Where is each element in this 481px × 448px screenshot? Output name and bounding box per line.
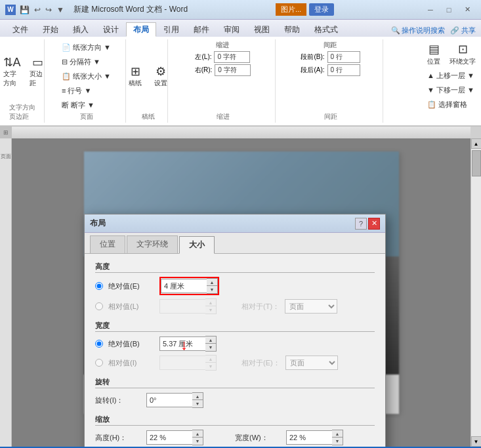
settings-icon: ⚙ [156,65,166,79]
height-rel-spin-up[interactable]: ▲ [205,299,216,306]
scroll-track[interactable] [471,149,481,436]
close-button[interactable]: ✕ [459,3,476,16]
hyphenation-btn[interactable]: 断 断字 ▼ [58,98,98,112]
size-btn[interactable]: 📋 纸张大小 ▼ [58,70,114,83]
height-spin-up[interactable]: ▲ [207,279,217,286]
tab-design[interactable]: 设计 [96,22,126,37]
send-backward-btn[interactable]: ▼ 下移一层 ▼ [424,83,478,97]
save-quick-btn[interactable]: 💾 [18,4,31,16]
textdir-icon: ⇅A [3,56,21,70]
width-relative-to-select[interactable]: 页面 边距 [285,356,338,370]
tab-layout[interactable]: 布局 [126,22,156,37]
scroll-down-btn[interactable]: ▼ [471,436,482,447]
width-spin-down[interactable]: ▼ [205,344,216,351]
bring-forward-btn[interactable]: ▲ 上移一层 ▼ [424,69,478,83]
margins-btn[interactable]: ▭ 页边距 [26,54,50,91]
width-rel-spin-up[interactable]: ▲ [205,356,216,363]
rotation-spin-down[interactable]: ▼ [192,400,203,407]
height-spin-down[interactable]: ▼ [207,286,217,293]
maximize-button[interactable]: □ [440,3,457,16]
scale-h-down[interactable]: ▼ [192,438,203,445]
height-rel-spin-down[interactable]: ▼ [205,306,216,314]
more-quick-btn[interactable]: ▼ [55,4,66,16]
indent-left-input[interactable] [214,51,250,63]
dialog-help-btn[interactable]: ? [355,218,367,230]
login-button[interactable]: 登录 [309,3,334,16]
scale-width-label: 宽度(W)： [235,433,281,443]
spacing-before-label: 段前(B): [301,52,324,62]
draft-settings-btn[interactable]: ⚙ 设置 [149,63,173,91]
height-relative-radio[interactable] [95,302,103,310]
width-rel-spin-down[interactable]: ▼ [205,363,216,370]
height-rel-spin: ▲ ▼ [205,298,217,314]
position-icon: ▤ [429,43,440,57]
height-absolute-input[interactable] [161,279,207,293]
indent-left-row: 左(L): [195,51,250,63]
orientation-btn[interactable]: 📄 纸张方向 ▼ [58,41,114,54]
tab-insert[interactable]: 插入 [66,22,96,37]
height-absolute-radio[interactable] [95,282,103,290]
width-absolute-label: 绝对值(B) [108,339,154,349]
redo-quick-btn[interactable]: ↪ [44,4,53,16]
minimize-button[interactable]: ─ [422,3,439,16]
tab-mailings[interactable]: 邮件 [186,22,217,37]
dialog-tab-size[interactable]: 大小 [179,236,215,254]
line-numbers-btn[interactable]: ≡ 行号 ▼ [58,84,94,98]
tab-home[interactable]: 开始 [35,22,66,37]
height-relative-input[interactable] [159,299,205,314]
tab-view[interactable]: 视图 [247,22,277,37]
scale-w-down[interactable]: ▼ [332,438,343,445]
tab-references[interactable]: 引用 [156,22,186,37]
spacing-before-input[interactable] [327,51,360,63]
rotation-input[interactable] [146,393,192,407]
dialog-tab-textwrap[interactable]: 文字环绕 [127,235,178,253]
spacing-label: 间距 [324,41,337,50]
rotation-input-group: ▲ ▼ [146,392,203,408]
share-button[interactable]: 🔗 共享 [450,26,476,35]
width-absolute-input[interactable] [159,336,205,351]
position-btn[interactable]: ▤ 位置 [424,41,444,68]
scale-w-up[interactable]: ▲ [332,430,343,438]
help-search[interactable]: 🔍 操作说明搜索 [391,26,445,35]
width-absolute-radio[interactable] [95,340,103,348]
tab-format[interactable]: 格式式 [307,22,345,37]
scale-height-input[interactable] [146,430,192,445]
indent-left-label: 左(L): [195,52,211,62]
layout-dialog: 布局 ? ✕ 位置 文字环绕 大小 高度 绝对值(E) [84,214,386,447]
dialog-tab-position[interactable]: 位置 [90,235,125,253]
ribbon-group-draft: ⊞ 稿纸 ⚙ 设置 稿纸 [129,39,168,123]
wrap-text-btn[interactable]: ⊡ 环绕文字 [446,41,479,68]
text-direction-btn[interactable]: ⇅A 文字方向 [0,54,24,91]
indent-right-input[interactable] [215,64,251,76]
spacing-after-input[interactable] [327,64,360,76]
scale-width-input[interactable] [286,430,332,445]
tab-help[interactable]: 帮助 [277,22,307,37]
width-spin-up[interactable]: ▲ [205,336,216,344]
rotation-spin-up[interactable]: ▲ [192,393,203,400]
columns-btn[interactable]: ⊟ 分隔符 ▼ [58,55,104,69]
height-relative-input-group: ▲ ▼ [159,298,217,314]
rotation-row: 旋转(I)： ▲ ▼ [95,392,375,408]
ribbon-content: ⇅A 文字方向 ▭ 页边距 文字方向 页边距 📄 纸张方向 ▼ ⊟ 分隔符 ▼ … [0,37,481,126]
scroll-up-btn[interactable]: ▲ [471,138,482,149]
selection-pane-btn[interactable]: 📋 选择窗格 [424,98,471,112]
height-relative-to-select[interactable]: 页面 边距 [285,299,337,314]
width-relative-input[interactable] [159,356,205,370]
undo-quick-btn[interactable]: ↩ [33,4,42,16]
vertical-ruler: 页面 [0,138,12,447]
scale-height-label: 高度(H)： [95,433,141,443]
scale-width-group: ▲ ▼ [286,430,343,445]
tab-review[interactable]: 审阅 [217,22,247,37]
ruler-corner: ⊞ [0,127,12,138]
spacing-after-label: 段后(A): [301,66,324,75]
scroll-thumb[interactable] [472,150,481,176]
scale-h-up[interactable]: ▲ [192,430,203,438]
dialog-close-btn[interactable]: ✕ [368,218,380,230]
tab-file[interactable]: 文件 [5,22,35,37]
draft-btn[interactable]: ⊞ 稿纸 [123,63,147,91]
height-absolute-row: 绝对值(E) ▲ ▼ [95,277,375,295]
page-label: 页面 [0,152,11,161]
width-absolute-input-group: ▲ ▼ [159,336,217,352]
width-relative-radio[interactable] [95,359,103,367]
horizontal-ruler [12,127,471,138]
